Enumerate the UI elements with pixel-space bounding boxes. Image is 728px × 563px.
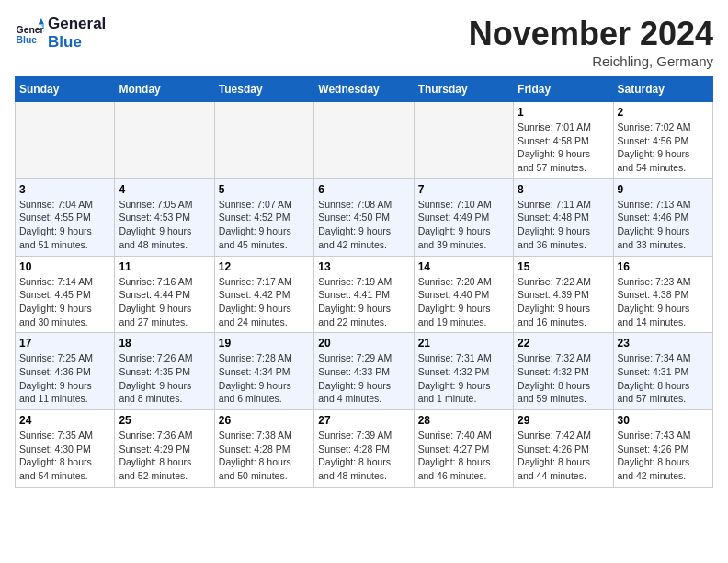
calendar-day-cell: 12Sunrise: 7:17 AMSunset: 4:42 PMDayligh… [214, 256, 313, 333]
calendar-day-cell [214, 102, 313, 179]
calendar-day-cell: 14Sunrise: 7:20 AMSunset: 4:40 PMDayligh… [414, 256, 513, 333]
day-number: 2 [618, 106, 709, 119]
day-number: 18 [119, 337, 210, 350]
svg-text:General: General [17, 25, 44, 35]
calendar-day-cell: 25Sunrise: 7:36 AMSunset: 4:29 PMDayligh… [115, 410, 214, 488]
calendar-day-cell [16, 102, 115, 179]
day-detail: Sunrise: 7:22 AMSunset: 4:39 PMDaylight:… [518, 275, 609, 329]
calendar-day-cell: 26Sunrise: 7:38 AMSunset: 4:28 PMDayligh… [214, 410, 313, 488]
svg-text:Blue: Blue [17, 35, 38, 45]
calendar-day-cell: 29Sunrise: 7:42 AMSunset: 4:26 PMDayligh… [514, 410, 613, 488]
calendar-day-cell: 1Sunrise: 7:01 AMSunset: 4:58 PMDaylight… [514, 102, 613, 179]
calendar-day-cell: 10Sunrise: 7:14 AMSunset: 4:45 PMDayligh… [16, 256, 115, 333]
location: Reichling, Germany [469, 53, 713, 69]
day-detail: Sunrise: 7:04 AMSunset: 4:55 PMDaylight:… [19, 198, 110, 252]
title-block: November 2024 Reichling, Germany [469, 15, 713, 69]
day-number: 20 [318, 337, 409, 350]
day-number: 30 [618, 414, 709, 427]
day-detail: Sunrise: 7:08 AMSunset: 4:50 PMDaylight:… [318, 198, 409, 252]
calendar-day-cell: 20Sunrise: 7:29 AMSunset: 4:33 PMDayligh… [314, 333, 414, 410]
day-detail: Sunrise: 7:39 AMSunset: 4:28 PMDaylight:… [318, 429, 409, 483]
day-detail: Sunrise: 7:42 AMSunset: 4:26 PMDaylight:… [518, 429, 609, 483]
day-number: 6 [318, 183, 409, 196]
day-number: 12 [219, 260, 310, 273]
day-detail: Sunrise: 7:20 AMSunset: 4:40 PMDaylight:… [418, 275, 509, 329]
day-detail: Sunrise: 7:07 AMSunset: 4:52 PMDaylight:… [219, 198, 310, 252]
calendar-day-cell: 7Sunrise: 7:10 AMSunset: 4:49 PMDaylight… [414, 178, 513, 256]
day-detail: Sunrise: 7:28 AMSunset: 4:34 PMDaylight:… [219, 351, 310, 406]
day-detail: Sunrise: 7:10 AMSunset: 4:49 PMDaylight:… [418, 198, 509, 252]
calendar-day-cell [115, 102, 214, 179]
day-detail: Sunrise: 7:40 AMSunset: 4:27 PMDaylight:… [418, 429, 509, 483]
day-detail: Sunrise: 7:17 AMSunset: 4:42 PMDaylight:… [219, 275, 310, 329]
day-number: 19 [219, 337, 310, 350]
calendar-week-row: 17Sunrise: 7:25 AMSunset: 4:36 PMDayligh… [16, 333, 713, 410]
calendar-day-cell: 30Sunrise: 7:43 AMSunset: 4:26 PMDayligh… [613, 410, 712, 488]
day-number: 13 [318, 260, 409, 273]
month-title: November 2024 [469, 15, 713, 53]
day-number: 22 [518, 337, 609, 350]
day-detail: Sunrise: 7:29 AMSunset: 4:33 PMDaylight:… [318, 351, 409, 406]
day-number: 4 [119, 183, 210, 196]
day-number: 26 [219, 414, 310, 427]
logo-text-general: General [48, 15, 106, 33]
day-detail: Sunrise: 7:36 AMSunset: 4:29 PMDaylight:… [119, 429, 210, 483]
day-detail: Sunrise: 7:25 AMSunset: 4:36 PMDaylight:… [19, 351, 110, 406]
day-number: 16 [618, 260, 709, 273]
day-number: 9 [618, 183, 709, 196]
day-detail: Sunrise: 7:31 AMSunset: 4:32 PMDaylight:… [418, 351, 509, 406]
day-detail: Sunrise: 7:05 AMSunset: 4:53 PMDaylight:… [119, 198, 210, 252]
calendar-day-cell: 9Sunrise: 7:13 AMSunset: 4:46 PMDaylight… [613, 178, 712, 256]
calendar-day-cell: 2Sunrise: 7:02 AMSunset: 4:56 PMDaylight… [613, 102, 712, 179]
calendar-day-cell: 24Sunrise: 7:35 AMSunset: 4:30 PMDayligh… [16, 410, 115, 488]
day-detail: Sunrise: 7:16 AMSunset: 4:44 PMDaylight:… [119, 275, 210, 329]
calendar-week-row: 24Sunrise: 7:35 AMSunset: 4:30 PMDayligh… [16, 410, 713, 488]
day-number: 15 [518, 260, 609, 273]
day-detail: Sunrise: 7:14 AMSunset: 4:45 PMDaylight:… [19, 275, 110, 329]
calendar-week-row: 10Sunrise: 7:14 AMSunset: 4:45 PMDayligh… [16, 256, 713, 333]
day-number: 25 [119, 414, 210, 427]
day-number: 14 [418, 260, 509, 273]
day-detail: Sunrise: 7:32 AMSunset: 4:32 PMDaylight:… [518, 351, 609, 406]
calendar-day-header: Wednesday [314, 77, 414, 102]
calendar-day-cell: 15Sunrise: 7:22 AMSunset: 4:39 PMDayligh… [514, 256, 613, 333]
logo-icon: General Blue [15, 18, 44, 48]
day-number: 8 [518, 183, 609, 196]
calendar-week-row: 3Sunrise: 7:04 AMSunset: 4:55 PMDaylight… [16, 178, 713, 256]
calendar-week-row: 1Sunrise: 7:01 AMSunset: 4:58 PMDaylight… [16, 102, 713, 179]
day-detail: Sunrise: 7:13 AMSunset: 4:46 PMDaylight:… [618, 198, 709, 252]
day-number: 27 [318, 414, 409, 427]
calendar-day-cell [314, 102, 414, 179]
day-number: 1 [518, 106, 609, 119]
calendar-day-cell: 27Sunrise: 7:39 AMSunset: 4:28 PMDayligh… [314, 410, 414, 488]
calendar-day-cell: 6Sunrise: 7:08 AMSunset: 4:50 PMDaylight… [314, 178, 414, 256]
calendar-day-cell: 4Sunrise: 7:05 AMSunset: 4:53 PMDaylight… [115, 178, 214, 256]
calendar-day-header: Friday [514, 77, 613, 102]
calendar-day-cell: 3Sunrise: 7:04 AMSunset: 4:55 PMDaylight… [16, 178, 115, 256]
day-number: 24 [19, 414, 110, 427]
calendar-day-cell: 16Sunrise: 7:23 AMSunset: 4:38 PMDayligh… [613, 256, 712, 333]
calendar-day-cell: 13Sunrise: 7:19 AMSunset: 4:41 PMDayligh… [314, 256, 414, 333]
calendar-day-cell [414, 102, 513, 179]
logo: General Blue General Blue [15, 15, 106, 51]
day-detail: Sunrise: 7:11 AMSunset: 4:48 PMDaylight:… [518, 198, 609, 252]
day-detail: Sunrise: 7:01 AMSunset: 4:58 PMDaylight:… [518, 121, 609, 175]
logo-text-blue: Blue [48, 33, 106, 52]
day-detail: Sunrise: 7:34 AMSunset: 4:31 PMDaylight:… [618, 351, 709, 406]
day-number: 23 [618, 337, 709, 350]
day-detail: Sunrise: 7:26 AMSunset: 4:35 PMDaylight:… [119, 351, 210, 406]
calendar-day-header: Saturday [613, 77, 712, 102]
calendar-day-header: Sunday [16, 77, 115, 102]
day-detail: Sunrise: 7:19 AMSunset: 4:41 PMDaylight:… [318, 275, 409, 329]
day-detail: Sunrise: 7:35 AMSunset: 4:30 PMDaylight:… [19, 429, 110, 483]
calendar-day-cell: 8Sunrise: 7:11 AMSunset: 4:48 PMDaylight… [514, 178, 613, 256]
day-number: 3 [19, 183, 110, 196]
day-detail: Sunrise: 7:38 AMSunset: 4:28 PMDaylight:… [219, 429, 310, 483]
calendar-day-cell: 23Sunrise: 7:34 AMSunset: 4:31 PMDayligh… [613, 333, 712, 410]
calendar-day-cell: 19Sunrise: 7:28 AMSunset: 4:34 PMDayligh… [214, 333, 313, 410]
calendar-day-header: Monday [115, 77, 214, 102]
day-number: 29 [518, 414, 609, 427]
calendar-table: SundayMondayTuesdayWednesdayThursdayFrid… [15, 76, 713, 488]
calendar-header-row: SundayMondayTuesdayWednesdayThursdayFrid… [16, 77, 713, 102]
day-number: 11 [119, 260, 210, 273]
